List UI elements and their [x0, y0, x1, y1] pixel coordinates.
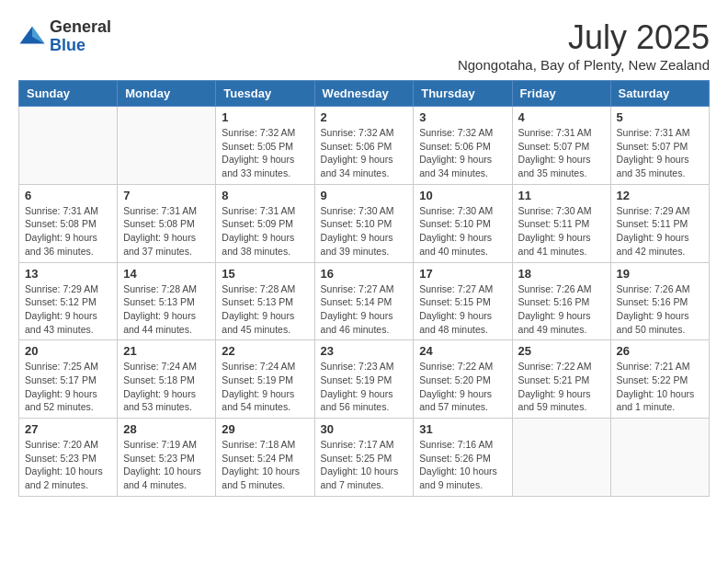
weekday-header-friday: Friday	[512, 81, 610, 107]
day-number: 23	[321, 344, 408, 358]
calendar-cell: 29Sunrise: 7:18 AMSunset: 5:24 PMDayligh…	[216, 419, 314, 497]
day-info: Sunrise: 7:32 AMSunset: 5:06 PMDaylight:…	[321, 126, 408, 180]
logo-general: General	[50, 18, 111, 37]
day-number: 16	[321, 267, 408, 281]
calendar-cell: 22Sunrise: 7:24 AMSunset: 5:19 PMDayligh…	[216, 340, 314, 419]
calendar-cell	[19, 107, 118, 185]
calendar-cell: 16Sunrise: 7:27 AMSunset: 5:14 PMDayligh…	[314, 262, 414, 340]
day-info: Sunrise: 7:32 AMSunset: 5:06 PMDaylight:…	[419, 126, 506, 180]
day-info: Sunrise: 7:31 AMSunset: 5:07 PMDaylight:…	[518, 126, 605, 180]
day-info: Sunrise: 7:26 AMSunset: 5:16 PMDaylight:…	[617, 282, 703, 337]
calendar-cell: 1Sunrise: 7:32 AMSunset: 5:05 PMDaylight…	[216, 107, 314, 185]
day-number: 9	[321, 189, 408, 202]
calendar-week-row: 20Sunrise: 7:25 AMSunset: 5:17 PMDayligh…	[19, 340, 710, 419]
day-number: 7	[123, 189, 210, 202]
day-info: Sunrise: 7:24 AMSunset: 5:19 PMDaylight:…	[222, 360, 308, 414]
day-number: 27	[25, 422, 111, 436]
day-number: 30	[321, 422, 408, 436]
day-info: Sunrise: 7:29 AMSunset: 5:11 PMDaylight:…	[617, 204, 703, 259]
day-number: 18	[518, 267, 605, 281]
weekday-header-row: SundayMondayTuesdayWednesdayThursdayFrid…	[19, 81, 710, 107]
day-info: Sunrise: 7:30 AMSunset: 5:10 PMDaylight:…	[419, 204, 506, 259]
day-info: Sunrise: 7:28 AMSunset: 5:13 PMDaylight:…	[222, 282, 308, 337]
calendar-cell	[512, 419, 610, 497]
day-info: Sunrise: 7:30 AMSunset: 5:10 PMDaylight:…	[321, 204, 408, 259]
calendar-week-row: 27Sunrise: 7:20 AMSunset: 5:23 PMDayligh…	[19, 419, 710, 497]
calendar-cell: 23Sunrise: 7:23 AMSunset: 5:19 PMDayligh…	[314, 340, 414, 419]
day-number: 21	[123, 344, 210, 358]
day-info: Sunrise: 7:31 AMSunset: 5:08 PMDaylight:…	[123, 204, 210, 259]
calendar-week-row: 6Sunrise: 7:31 AMSunset: 5:08 PMDaylight…	[19, 184, 710, 262]
calendar-cell: 20Sunrise: 7:25 AMSunset: 5:17 PMDayligh…	[19, 340, 118, 419]
calendar-cell: 13Sunrise: 7:29 AMSunset: 5:12 PMDayligh…	[19, 262, 118, 340]
calendar-cell: 18Sunrise: 7:26 AMSunset: 5:16 PMDayligh…	[512, 262, 610, 340]
day-info: Sunrise: 7:19 AMSunset: 5:23 PMDaylight:…	[123, 438, 210, 492]
day-info: Sunrise: 7:22 AMSunset: 5:21 PMDaylight:…	[518, 360, 605, 414]
calendar-cell: 17Sunrise: 7:27 AMSunset: 5:15 PMDayligh…	[414, 262, 512, 340]
logo-blue: Blue	[50, 37, 111, 55]
day-number: 13	[25, 267, 111, 281]
day-number: 11	[518, 189, 605, 202]
weekday-header-wednesday: Wednesday	[314, 81, 414, 107]
logo-text: General Blue	[50, 18, 111, 55]
day-info: Sunrise: 7:24 AMSunset: 5:18 PMDaylight:…	[123, 360, 210, 414]
day-number: 19	[617, 267, 703, 281]
day-number: 1	[222, 110, 308, 124]
calendar-cell: 31Sunrise: 7:16 AMSunset: 5:26 PMDayligh…	[414, 419, 512, 497]
logo-icon	[18, 23, 46, 51]
calendar-cell: 3Sunrise: 7:32 AMSunset: 5:06 PMDaylight…	[414, 107, 512, 185]
day-number: 3	[419, 110, 506, 124]
day-number: 5	[617, 110, 703, 124]
day-info: Sunrise: 7:30 AMSunset: 5:11 PMDaylight:…	[518, 204, 605, 259]
calendar-cell: 21Sunrise: 7:24 AMSunset: 5:18 PMDayligh…	[118, 340, 216, 419]
calendar-cell: 15Sunrise: 7:28 AMSunset: 5:13 PMDayligh…	[216, 262, 314, 340]
location: Ngongotaha, Bay of Plenty, New Zealand	[458, 57, 710, 73]
day-info: Sunrise: 7:21 AMSunset: 5:22 PMDaylight:…	[617, 360, 703, 414]
day-number: 6	[25, 189, 111, 202]
day-info: Sunrise: 7:25 AMSunset: 5:17 PMDaylight:…	[25, 360, 111, 414]
day-number: 15	[222, 267, 308, 281]
day-info: Sunrise: 7:27 AMSunset: 5:15 PMDaylight:…	[419, 282, 506, 337]
month-year: July 2025	[458, 18, 710, 57]
day-info: Sunrise: 7:26 AMSunset: 5:16 PMDaylight:…	[518, 282, 605, 337]
title-section: July 2025 Ngongotaha, Bay of Plenty, New…	[458, 18, 710, 73]
day-info: Sunrise: 7:31 AMSunset: 5:07 PMDaylight:…	[617, 126, 703, 180]
weekday-header-thursday: Thursday	[414, 81, 512, 107]
calendar-cell: 4Sunrise: 7:31 AMSunset: 5:07 PMDaylight…	[512, 107, 610, 185]
calendar-cell: 25Sunrise: 7:22 AMSunset: 5:21 PMDayligh…	[512, 340, 610, 419]
calendar-cell: 7Sunrise: 7:31 AMSunset: 5:08 PMDaylight…	[118, 184, 216, 262]
day-number: 26	[617, 344, 703, 358]
calendar-cell: 28Sunrise: 7:19 AMSunset: 5:23 PMDayligh…	[118, 419, 216, 497]
calendar-week-row: 1Sunrise: 7:32 AMSunset: 5:05 PMDaylight…	[19, 107, 710, 185]
calendar-cell: 14Sunrise: 7:28 AMSunset: 5:13 PMDayligh…	[118, 262, 216, 340]
day-number: 12	[617, 189, 703, 202]
day-number: 24	[419, 344, 506, 358]
day-info: Sunrise: 7:18 AMSunset: 5:24 PMDaylight:…	[222, 438, 308, 492]
day-info: Sunrise: 7:31 AMSunset: 5:09 PMDaylight:…	[222, 204, 308, 259]
calendar-cell: 30Sunrise: 7:17 AMSunset: 5:25 PMDayligh…	[314, 419, 414, 497]
day-number: 8	[222, 189, 308, 202]
day-info: Sunrise: 7:28 AMSunset: 5:13 PMDaylight:…	[123, 282, 210, 337]
day-number: 29	[222, 422, 308, 436]
day-number: 4	[518, 110, 605, 124]
day-info: Sunrise: 7:31 AMSunset: 5:08 PMDaylight:…	[25, 204, 111, 259]
day-number: 22	[222, 344, 308, 358]
day-number: 25	[518, 344, 605, 358]
calendar-cell	[118, 107, 216, 185]
calendar-cell: 24Sunrise: 7:22 AMSunset: 5:20 PMDayligh…	[414, 340, 512, 419]
calendar-cell: 8Sunrise: 7:31 AMSunset: 5:09 PMDaylight…	[216, 184, 314, 262]
day-number: 10	[419, 189, 506, 202]
weekday-header-monday: Monday	[118, 81, 216, 107]
day-info: Sunrise: 7:27 AMSunset: 5:14 PMDaylight:…	[321, 282, 408, 337]
day-number: 28	[123, 422, 210, 436]
calendar-cell: 27Sunrise: 7:20 AMSunset: 5:23 PMDayligh…	[19, 419, 118, 497]
calendar-cell: 12Sunrise: 7:29 AMSunset: 5:11 PMDayligh…	[610, 184, 709, 262]
day-number: 14	[123, 267, 210, 281]
calendar-cell: 5Sunrise: 7:31 AMSunset: 5:07 PMDaylight…	[610, 107, 709, 185]
calendar-cell: 19Sunrise: 7:26 AMSunset: 5:16 PMDayligh…	[610, 262, 709, 340]
calendar-table: SundayMondayTuesdayWednesdayThursdayFrid…	[18, 80, 710, 497]
calendar-cell: 6Sunrise: 7:31 AMSunset: 5:08 PMDaylight…	[19, 184, 118, 262]
day-info: Sunrise: 7:20 AMSunset: 5:23 PMDaylight:…	[25, 438, 111, 492]
weekday-header-saturday: Saturday	[610, 81, 709, 107]
day-info: Sunrise: 7:23 AMSunset: 5:19 PMDaylight:…	[321, 360, 408, 414]
